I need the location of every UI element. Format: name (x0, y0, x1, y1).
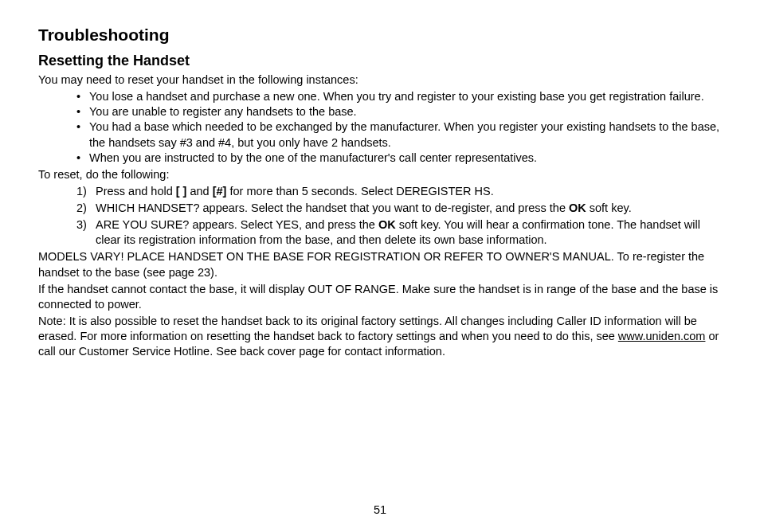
reset-intro: To reset, do the following: (38, 167, 722, 182)
key-label: [#] (213, 185, 227, 198)
page-number: 51 (0, 503, 760, 516)
list-item: When you are instructed to by the one of… (80, 151, 722, 166)
step-text: Press and hold (96, 185, 176, 198)
ok-label: OK (378, 218, 396, 231)
step-text: ARE YOU SURE? appears. Select YES, and p… (96, 218, 378, 231)
step-number: 3) (76, 217, 87, 233)
page-title: Troubleshooting (38, 25, 722, 45)
step-text: for more than 5 seconds. Select DEREGIST… (226, 185, 493, 198)
models-note: MODELS VARY! PLACE HANDSET ON THE BASE F… (38, 249, 722, 280)
list-item: 2) WHICH HANDSET? appears. Select the ha… (76, 201, 722, 216)
out-of-range-note: If the handset cannot contact the base, … (38, 282, 722, 312)
step-text: soft key. (586, 201, 632, 214)
list-item: You lose a handset and purchase a new on… (80, 89, 722, 104)
factory-reset-note: Note: It is also possible to reset the h… (38, 314, 722, 359)
instance-list: You lose a handset and purchase a new on… (80, 89, 722, 166)
key-label: [ ] (176, 185, 187, 198)
note-text: Note: It is also possible to reset the h… (38, 315, 697, 342)
intro-text: You may need to reset your handset in th… (38, 72, 722, 88)
list-item: 3) ARE YOU SURE? appears. Select YES, an… (76, 217, 722, 248)
list-item: You are unable to register any handsets … (80, 104, 722, 119)
section-heading: Resetting the Handset (38, 53, 722, 69)
ok-label: OK (569, 201, 586, 214)
step-text: and (186, 185, 212, 198)
step-text: WHICH HANDSET? appears. Select the hands… (96, 201, 569, 214)
step-number: 2) (76, 201, 87, 216)
website-link[interactable]: www.uniden.com (618, 330, 706, 342)
reset-steps: 1) Press and hold [ ] and [#] for more t… (76, 184, 722, 248)
step-number: 1) (76, 184, 87, 199)
list-item: 1) Press and hold [ ] and [#] for more t… (76, 184, 722, 199)
list-item: You had a base which needed to be exchan… (80, 119, 722, 150)
